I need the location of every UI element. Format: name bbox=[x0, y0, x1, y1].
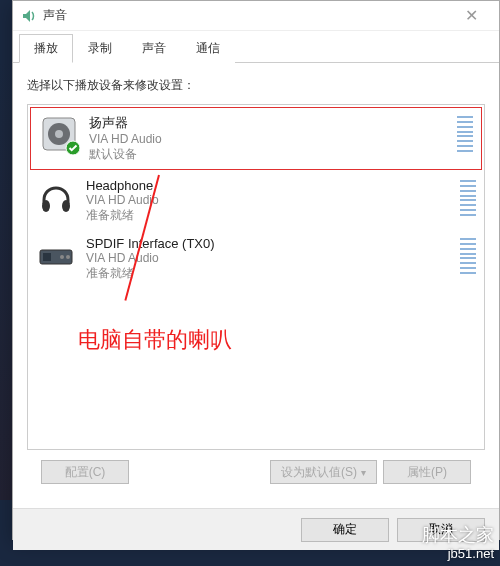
device-item-headphone[interactable]: Headphone VIA HD Audio 准备就绪 bbox=[28, 172, 484, 230]
svg-point-5 bbox=[62, 200, 70, 212]
headphone-icon bbox=[36, 178, 76, 218]
dialog-footer: 确定 取消 bbox=[13, 508, 499, 550]
level-meter bbox=[460, 178, 476, 218]
tab-communications[interactable]: 通信 bbox=[181, 34, 235, 63]
sound-icon bbox=[21, 8, 37, 24]
device-driver: VIA HD Audio bbox=[89, 132, 457, 146]
device-status: 准备就绪 bbox=[86, 265, 460, 282]
tab-sounds[interactable]: 声音 bbox=[127, 34, 181, 63]
device-info: 扬声器 VIA HD Audio 默认设备 bbox=[89, 114, 457, 163]
button-label: 属性(P) bbox=[407, 464, 447, 481]
cancel-button[interactable]: 取消 bbox=[397, 518, 485, 542]
tab-playback[interactable]: 播放 bbox=[19, 34, 73, 63]
spdif-icon bbox=[36, 236, 76, 276]
svg-point-2 bbox=[55, 130, 63, 138]
chevron-down-icon: ▾ bbox=[361, 467, 366, 478]
device-driver: VIA HD Audio bbox=[86, 251, 460, 265]
configure-button[interactable]: 配置(C) bbox=[41, 460, 129, 484]
titlebar: 声音 ✕ bbox=[13, 1, 499, 31]
desktop-sidebar-fragment bbox=[0, 60, 12, 500]
dialog-title: 声音 bbox=[43, 7, 451, 24]
annotation-text: 电脑自带的喇叭 bbox=[78, 325, 232, 355]
level-meter bbox=[460, 236, 476, 276]
speaker-icon bbox=[39, 114, 79, 154]
device-name: Headphone bbox=[86, 178, 460, 193]
tab-content: 选择以下播放设备来修改设置： 扬声器 VIA HD Audio 默认设备 bbox=[13, 63, 499, 508]
device-status: 默认设备 bbox=[89, 146, 457, 163]
level-meter bbox=[457, 114, 473, 154]
device-driver: VIA HD Audio bbox=[86, 193, 460, 207]
svg-rect-7 bbox=[43, 253, 51, 261]
close-button[interactable]: ✕ bbox=[451, 2, 491, 30]
button-label: 配置(C) bbox=[65, 464, 106, 481]
svg-point-9 bbox=[66, 255, 70, 259]
svg-point-8 bbox=[60, 255, 64, 259]
device-info: Headphone VIA HD Audio 准备就绪 bbox=[86, 178, 460, 224]
device-item-spdif[interactable]: SPDIF Interface (TX0) VIA HD Audio 准备就绪 bbox=[28, 230, 484, 288]
device-name: 扬声器 bbox=[89, 114, 457, 132]
device-list[interactable]: 扬声器 VIA HD Audio 默认设备 Headphone VIA HD A… bbox=[27, 104, 485, 450]
default-check-icon bbox=[65, 140, 81, 156]
device-status: 准备就绪 bbox=[86, 207, 460, 224]
ok-button[interactable]: 确定 bbox=[301, 518, 389, 542]
button-label: 设为默认值(S) bbox=[281, 464, 357, 481]
properties-button[interactable]: 属性(P) bbox=[383, 460, 471, 484]
set-default-button[interactable]: 设为默认值(S)▾ bbox=[270, 460, 377, 484]
tab-recording[interactable]: 录制 bbox=[73, 34, 127, 63]
instruction-text: 选择以下播放设备来修改设置： bbox=[27, 77, 485, 94]
device-item-speaker[interactable]: 扬声器 VIA HD Audio 默认设备 bbox=[30, 107, 482, 170]
device-button-row: 配置(C) 设为默认值(S)▾ 属性(P) bbox=[27, 450, 485, 494]
sound-dialog: 声音 ✕ 播放 录制 声音 通信 选择以下播放设备来修改设置： 扬声器 VIA … bbox=[12, 0, 500, 540]
tab-strip: 播放 录制 声音 通信 bbox=[13, 31, 499, 63]
device-info: SPDIF Interface (TX0) VIA HD Audio 准备就绪 bbox=[86, 236, 460, 282]
svg-point-4 bbox=[42, 200, 50, 212]
